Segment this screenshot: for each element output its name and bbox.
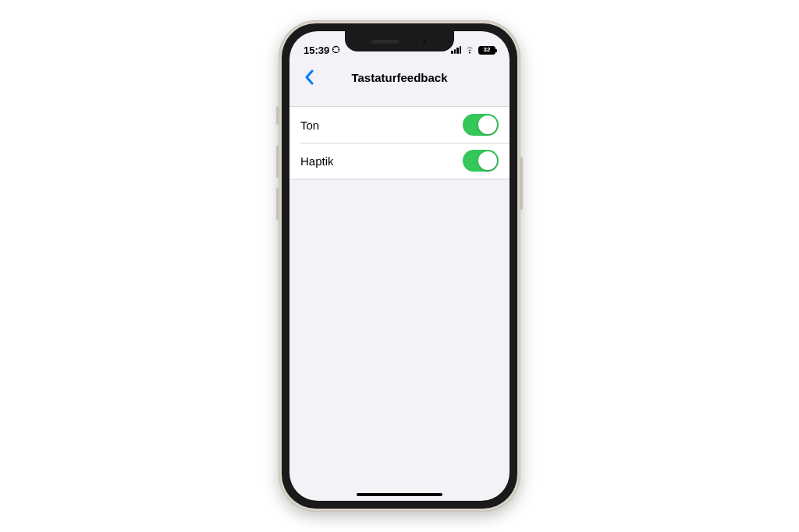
- front-camera: [421, 38, 428, 44]
- toggle-haptik[interactable]: [463, 150, 499, 172]
- toggle-knob: [478, 115, 497, 134]
- settings-row-ton: Ton: [289, 107, 510, 143]
- cellular-signal-icon: [451, 46, 461, 54]
- notch: [345, 31, 454, 51]
- volume-up-button[interactable]: [276, 145, 279, 178]
- wifi-icon: [464, 44, 475, 56]
- chevron-left-icon: [304, 69, 314, 85]
- toggle-ton[interactable]: [463, 114, 499, 136]
- phone-frame: 15:39: [279, 20, 520, 512]
- status-right: 32: [449, 44, 495, 56]
- page-title: Tastaturfeedback: [289, 71, 510, 84]
- location-icon: [332, 45, 340, 55]
- status-left: 15:39: [304, 44, 350, 56]
- power-button[interactable]: [520, 157, 523, 210]
- volume-down-button[interactable]: [276, 187, 279, 220]
- back-button[interactable]: [296, 64, 322, 90]
- settings-row-haptik: Haptik: [289, 143, 510, 179]
- settings-group: Ton Haptik: [289, 106, 510, 179]
- clock-text: 15:39: [304, 44, 329, 56]
- row-label-ton: Ton: [300, 119, 319, 132]
- toggle-knob: [478, 151, 497, 170]
- battery-level-text: 32: [484, 47, 491, 53]
- screen: 15:39: [289, 31, 510, 501]
- phone-bezel: 15:39: [282, 23, 517, 509]
- home-indicator[interactable]: [357, 493, 442, 496]
- row-label-haptik: Haptik: [300, 154, 334, 168]
- battery-indicator: 32: [478, 46, 495, 55]
- nav-header: Tastaturfeedback: [289, 62, 510, 92]
- earpiece-speaker: [371, 40, 400, 44]
- silence-switch[interactable]: [276, 106, 279, 125]
